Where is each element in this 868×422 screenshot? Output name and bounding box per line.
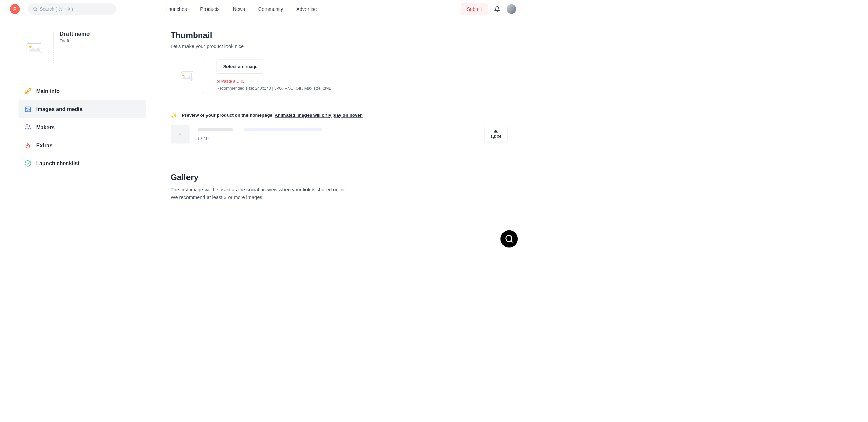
preview-header: ✨ Preview of your product on the homepag…	[171, 112, 508, 119]
preview-card: ✦ — 19 1,024	[171, 125, 508, 156]
preview-link[interactable]: Animated images will only play on hover.	[275, 113, 363, 118]
gallery-text-line2: We recommend at least 3 or more images.	[171, 193, 508, 201]
thumbnail-actions: Select an image or Paste a URL Recommend…	[217, 60, 332, 91]
sidebar-item-label: Makers	[36, 124, 55, 131]
svg-line-1	[36, 10, 37, 11]
sidebar-item-makers[interactable]: Makers	[19, 118, 146, 136]
sparkle-icon: ✨	[171, 112, 178, 119]
nav-advertise[interactable]: Advertise	[296, 6, 317, 12]
nav-launches[interactable]: Launches	[165, 6, 187, 12]
image-placeholder-icon	[27, 41, 45, 55]
paste-url-link[interactable]: Paste a URL	[221, 79, 245, 83]
sidebar-item-extras[interactable]: Extras	[19, 136, 146, 154]
gallery-section: Gallery The first image will be used as …	[171, 173, 508, 202]
draft-thumbnail-placeholder	[19, 31, 54, 65]
image-icon	[25, 106, 31, 112]
submit-button[interactable]: Submit	[461, 3, 488, 15]
search-icon	[33, 7, 37, 11]
fire-icon	[25, 142, 31, 149]
nav-products[interactable]: Products	[200, 6, 219, 12]
sidebar-item-label: Launch checklist	[36, 160, 80, 167]
recommended-text: Recommended size: 240x240 | JPG, PNG, GI…	[217, 86, 332, 91]
main-content: Thumbnail Let's make your product look n…	[171, 31, 508, 201]
select-image-button[interactable]: Select an image	[217, 60, 264, 74]
preview-text: Preview of your product on the homepage.…	[182, 113, 363, 118]
bell-icon[interactable]	[494, 6, 500, 12]
draft-card: Draft name Draft	[19, 31, 146, 65]
users-icon	[25, 124, 31, 130]
draft-meta: Draft name Draft	[60, 31, 90, 44]
logo-letter: P	[13, 6, 17, 12]
comment-icon	[198, 136, 202, 141]
or-text: or	[217, 79, 221, 83]
preview-text-prefix: Preview of your product on the homepage.	[182, 113, 275, 118]
upvote-button[interactable]: 1,024	[484, 126, 508, 143]
svg-point-0	[34, 7, 37, 11]
skeleton-bar	[198, 128, 233, 131]
svg-line-13	[511, 241, 513, 242]
or-paste-row: or Paste a URL	[217, 79, 332, 84]
rocket-icon	[25, 88, 31, 94]
check-circle-icon	[25, 160, 31, 167]
page-body: Draft name Draft Main info Images and me…	[0, 18, 526, 214]
svg-point-6	[26, 108, 27, 109]
thumbnail-dropzone[interactable]	[171, 60, 204, 93]
svg-point-11	[182, 75, 184, 76]
upvote-icon	[494, 129, 498, 133]
logo[interactable]: P	[10, 4, 20, 14]
preview-skeleton: —	[198, 128, 476, 131]
thumbnail-upload-row: Select an image or Paste a URL Recommend…	[171, 60, 508, 93]
sidebar-item-label: Images and media	[36, 106, 83, 112]
side-nav: Main info Images and media Makers Extras…	[19, 82, 146, 173]
thumbnail-subtitle: Let's make your product look nice	[171, 43, 508, 49]
dash: —	[237, 128, 240, 131]
svg-point-4	[29, 46, 32, 48]
draft-status: Draft	[60, 38, 90, 44]
preview-thumb: ✦	[171, 125, 190, 144]
thumbnail-title: Thumbnail	[171, 31, 508, 40]
avatar[interactable]	[507, 4, 516, 14]
draft-title: Draft name	[60, 31, 90, 37]
skeleton-bar	[244, 128, 322, 131]
svg-point-7	[26, 125, 28, 127]
nav-community[interactable]: Community	[258, 6, 283, 12]
sidebar-item-main-info[interactable]: Main info	[19, 82, 146, 100]
upvote-count: 1,024	[490, 134, 501, 139]
header-right: Submit	[461, 3, 516, 15]
preview-section: ✨ Preview of your product on the homepag…	[171, 112, 508, 156]
comment-count: 19	[204, 136, 208, 141]
zoom-icon	[505, 234, 514, 244]
svg-point-12	[506, 235, 512, 242]
sidebar-item-label: Main info	[36, 88, 60, 94]
help-button[interactable]	[500, 230, 518, 248]
sidebar-item-label: Extras	[36, 142, 53, 149]
sidebar-item-launch-checklist[interactable]: Launch checklist	[19, 154, 146, 172]
gallery-title: Gallery	[171, 173, 508, 182]
search-placeholder: Search ( ⌘ + k )	[40, 6, 73, 12]
gallery-text-line1: The first image will be used as the soci…	[171, 186, 508, 193]
image-placeholder-icon	[180, 71, 195, 82]
nav-news[interactable]: News	[233, 6, 245, 12]
sidebar-item-images-media[interactable]: Images and media	[19, 100, 146, 118]
header: P Search ( ⌘ + k ) Launches Products New…	[0, 0, 526, 18]
preview-content: — 19	[198, 128, 476, 141]
sidebar: Draft name Draft Main info Images and me…	[19, 31, 146, 201]
search-input[interactable]: Search ( ⌘ + k )	[28, 3, 116, 15]
top-nav: Launches Products News Community Adverti…	[165, 6, 317, 12]
comment-count-row: 19	[198, 136, 476, 141]
